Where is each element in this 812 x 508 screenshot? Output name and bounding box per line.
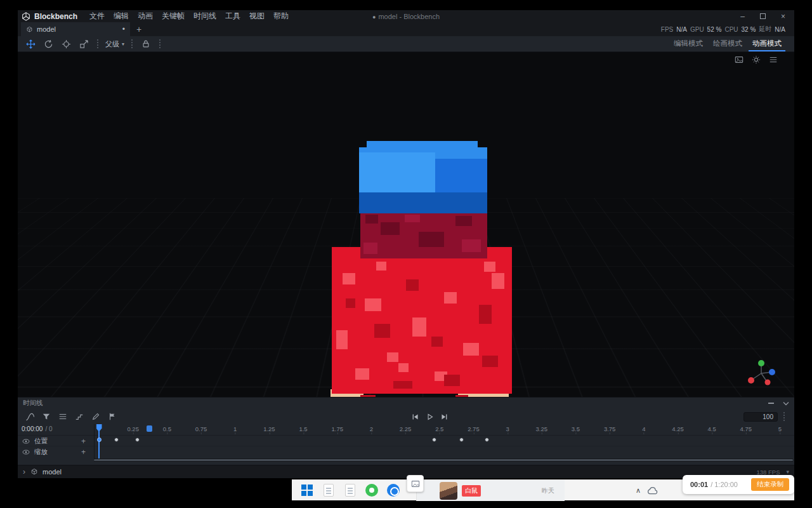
texture-patch (381, 222, 400, 235)
move-tool-button[interactable] (23, 37, 38, 51)
chat-name-badge[interactable]: 白鼠 (462, 485, 481, 497)
add-keyframe-button[interactable]: + (81, 437, 86, 446)
pivot-tool-button[interactable] (58, 37, 74, 51)
texture-patch (360, 395, 376, 397)
project-tab[interactable]: model • (21, 22, 130, 36)
timeline-zoom-input[interactable]: 100 (743, 412, 778, 422)
floating-snip-thumbnail[interactable] (407, 475, 424, 492)
menu-item-7[interactable]: 帮助 (273, 11, 289, 22)
taskbar-app-document-2[interactable] (344, 484, 357, 497)
curve-icon (25, 412, 35, 422)
viewport-3d[interactable] (18, 52, 794, 397)
timeline-marker[interactable] (147, 425, 152, 432)
timeline-scrollbar[interactable] (94, 458, 793, 462)
snap-steps-button[interactable] (72, 410, 86, 423)
texture-patch (444, 292, 457, 304)
menu-item-5[interactable]: 工具 (225, 11, 240, 22)
ruler-tick: 2.75 (468, 425, 480, 432)
lock-button[interactable] (138, 37, 154, 51)
ruler-tick: 1 (233, 425, 237, 432)
texture-patch (431, 337, 443, 347)
timeline-ruler[interactable]: 0.250.50.7511.251.51.7522.252.52.7533.25… (18, 424, 794, 434)
resize-tool-button[interactable] (76, 37, 91, 51)
add-keyframe-button[interactable]: + (81, 448, 86, 457)
keyframe-dot[interactable] (135, 438, 140, 442)
menu-item-6[interactable]: 视图 (249, 11, 265, 22)
skip-end-icon[interactable] (440, 413, 449, 421)
start-button[interactable] (301, 484, 313, 497)
scrollbar-handle[interactable] (94, 459, 793, 461)
navigation-gizmo[interactable] (746, 359, 779, 388)
texture-patch (405, 215, 420, 222)
channel-list-button[interactable] (56, 410, 70, 423)
channel-position[interactable]: 位置 + (18, 436, 94, 446)
record-total: / 1:20:00 (710, 481, 738, 488)
texture-patch (355, 368, 369, 380)
playhead-line (98, 431, 100, 460)
resize-icon (79, 39, 89, 49)
texture-patch (484, 262, 495, 272)
cloud-icon[interactable] (647, 486, 658, 495)
chevron-down-icon[interactable]: ▾ (786, 469, 789, 475)
filter-button[interactable] (39, 410, 53, 423)
timeline-kebab-icon[interactable] (783, 412, 785, 421)
animation-name[interactable]: model (43, 468, 62, 476)
panel-fold-icon[interactable] (783, 401, 789, 406)
new-tab-button[interactable]: + (136, 24, 141, 34)
timeline-title: 时间线 (23, 399, 43, 408)
maximize-button[interactable] (760, 13, 766, 19)
minimize-button[interactable]: – (740, 12, 745, 21)
keyframe-dot[interactable] (459, 438, 464, 442)
gpu-value: 52 % (707, 26, 722, 33)
taskbar-app-document-1[interactable] (322, 484, 335, 497)
ruler-tick: 4.5 (708, 425, 716, 432)
stop-recording-button[interactable]: 结束录制 (751, 478, 789, 491)
keyframe-dot[interactable] (97, 438, 102, 442)
mode-tab-0[interactable]: 编辑模式 (670, 37, 707, 51)
skip-start-icon[interactable] (411, 413, 419, 421)
expand-icon[interactable]: › (23, 467, 25, 476)
parent-dropdown[interactable]: 父级 ▾ (105, 39, 124, 49)
texture-patch (393, 381, 412, 389)
image-icon (411, 479, 420, 488)
taskbar-app-green[interactable] (365, 484, 378, 497)
project-tab-bar: model • + FPSN/A GPU52 % CPU32 % 延时N/A (18, 22, 794, 36)
eye-icon[interactable] (22, 438, 30, 445)
chat-mini-window[interactable]: 白鼠 昨天 (416, 480, 565, 501)
menu-item-1[interactable]: 编辑 (114, 11, 129, 22)
row-separator (18, 446, 794, 446)
total-time: / 0 (45, 425, 52, 432)
ruler-tick: 4 (642, 425, 645, 432)
keyframe-dot[interactable] (432, 438, 436, 442)
ruler-tick: 3 (506, 425, 509, 432)
edit-keyframe-button[interactable] (89, 410, 103, 423)
texture-patch (482, 356, 498, 367)
cpu-value: 32 % (742, 26, 756, 33)
menu-item-4[interactable]: 时间线 (193, 11, 216, 22)
play-icon[interactable] (426, 413, 434, 421)
graph-editor-button[interactable] (23, 410, 37, 423)
menu-item-2[interactable]: 动画 (138, 11, 153, 22)
rotate-tool-button[interactable] (41, 37, 56, 51)
menu-item-0[interactable]: 文件 (89, 11, 105, 22)
kebab-menu-icon[interactable] (159, 39, 160, 48)
eye-icon[interactable] (22, 448, 30, 456)
latency-label: 延时 (759, 25, 771, 34)
close-button[interactable]: × (781, 12, 785, 21)
column-separator (94, 424, 95, 461)
channel-scale[interactable]: 缩放 + (18, 446, 94, 457)
list-icon (58, 412, 67, 421)
marker-button[interactable] (105, 410, 119, 423)
ruler-tick: 0.75 (195, 425, 207, 432)
timeline-time-display: 0:00:00/ 0 (22, 425, 53, 432)
character[interactable] (18, 52, 794, 397)
menu-item-3[interactable]: 关键帧 (162, 11, 185, 22)
taskbar-app-blue[interactable] (387, 484, 400, 497)
animation-list-row[interactable]: › model 138 FPS ▾ (18, 465, 794, 478)
tray-expand-icon[interactable]: ∧ (636, 486, 641, 495)
panel-minimize-icon[interactable] (768, 403, 774, 404)
chat-avatar[interactable] (440, 482, 457, 500)
mode-tab-2[interactable]: 动画模式 (749, 37, 785, 51)
mode-tab-1[interactable]: 绘画模式 (709, 37, 746, 51)
move-icon (26, 39, 36, 49)
